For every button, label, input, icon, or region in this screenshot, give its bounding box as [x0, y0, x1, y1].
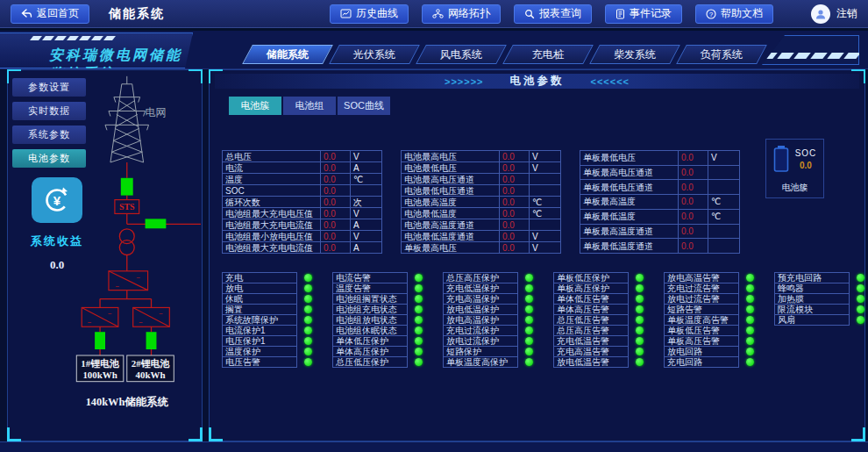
sidebar-menu-item[interactable]: 电池参数: [12, 149, 86, 168]
param-label: 电池组最小放电电压值: [223, 231, 321, 242]
cluster-param-table-1: 总电压 0.0 V 电流 0.0 A 温度 0.0: [222, 150, 382, 254]
corner-accent: [851, 427, 865, 441]
battery-view-tab[interactable]: SOC曲线: [338, 97, 390, 115]
breaker-branch-closed[interactable]: [146, 219, 167, 228]
soc-card: SOC 0.0 电池簇: [765, 139, 824, 198]
status-green-indicator: [415, 337, 423, 345]
status-green-indicator: [525, 358, 533, 366]
param-unit: V: [530, 162, 561, 174]
param-value: 0.0: [321, 219, 351, 231]
status-green-indicator: [636, 316, 644, 324]
report-query-button[interactable]: 报表查询: [514, 4, 592, 24]
transformer-icon: [119, 229, 134, 244]
system-tab[interactable]: 充电桩: [502, 45, 594, 64]
help-icon: ?: [706, 9, 716, 19]
system-tab[interactable]: 风电系统: [416, 45, 507, 64]
sidebar-menu-label: 实时数据: [28, 104, 70, 118]
param-unit: [530, 174, 561, 185]
network-topology-button[interactable]: 网络拓扑: [422, 4, 501, 24]
param-value: 0.0: [679, 239, 708, 254]
sidebar-menu-item[interactable]: 实时数据: [12, 102, 86, 120]
system-nav-bar: 安科瑞微电网储能监控系统 储能系统 光伏系统 风电系统 充电桩 柴发系统: [0, 31, 868, 69]
system-tab[interactable]: 负荷系统: [676, 45, 767, 64]
breaker-battery2-closed[interactable]: [146, 332, 157, 349]
pcs-inverter-icon: ~ −: [109, 271, 148, 291]
sidebar-menu-item[interactable]: 参数设置: [12, 78, 86, 97]
param-value: 0.0: [321, 185, 351, 197]
param-unit: [708, 224, 740, 239]
battery-view-tab[interactable]: 电池组: [283, 97, 336, 115]
status-green-indicator: [304, 337, 312, 345]
param-row: 单板最低电压通道 0.0: [580, 180, 740, 195]
param-value: 0.0: [500, 151, 530, 162]
status-label: 电压告警: [222, 356, 297, 368]
param-label: 电池组最大充电电流值: [223, 242, 321, 254]
status-green-indicator: [746, 295, 754, 303]
param-label: 单板最低电压: [580, 151, 679, 166]
param-row: 单板最低温度 0.0 ℃: [580, 209, 740, 224]
status-column: 总压高压保护 充电低温保护 充电高温保护 放电低温保护: [443, 273, 533, 368]
status-green-indicator: [636, 337, 644, 345]
param-value: 0.0: [679, 180, 708, 195]
battery-view-tab[interactable]: 电池簇: [229, 97, 281, 115]
status-green-indicator: [525, 284, 533, 292]
breaker-grid-closed[interactable]: [121, 178, 133, 196]
history-curve-label: 历史曲线: [356, 6, 398, 21]
status-green-indicator: [746, 358, 754, 366]
logout-button[interactable]: 注销: [811, 4, 857, 24]
svg-text:~: ~: [136, 274, 140, 282]
param-label: 单板最高电压: [402, 242, 500, 254]
status-green-indicator: [415, 348, 423, 355]
status-green-indicator: [415, 316, 423, 324]
param-row: 电流 0.0 A: [223, 162, 382, 174]
param-label: SOC: [223, 185, 321, 197]
status-green-indicator: [636, 358, 644, 366]
history-curve-button[interactable]: 历史曲线: [330, 4, 409, 24]
param-row: 单板最高温度通道 0.0: [580, 224, 740, 239]
sidebar-menu-item[interactable]: 系统参数: [12, 126, 86, 144]
system-tab-label: 负荷系统: [701, 47, 743, 62]
system-tab[interactable]: 光伏系统: [329, 45, 420, 64]
status-column: 预充电回路 蜂鸣器 加热膜 限流模块: [774, 273, 864, 368]
breaker-battery1-closed[interactable]: [95, 332, 105, 349]
event-record-button[interactable]: 事件记录: [605, 4, 682, 24]
help-doc-label: 帮助文档: [721, 6, 763, 21]
param-label: 电池最高温度: [402, 197, 500, 208]
param-value: 0.0: [321, 197, 351, 208]
status-green-indicator: [857, 284, 864, 292]
status-label: 放电低温告警: [553, 356, 629, 368]
param-label: 单板最低电压通道: [580, 180, 679, 195]
battery-params-panel: >>>>>> 电池参数 <<<<<< 电池簇 电池组 SOC曲线 总电压: [209, 69, 865, 441]
help-doc-button[interactable]: ? 帮助文档: [695, 4, 773, 24]
system-tab[interactable]: 柴发系统: [589, 45, 680, 64]
status-label: 总压低压保护: [332, 356, 408, 368]
param-row: 总电压 0.0 V: [223, 151, 382, 162]
header-arrows-left: >>>>>>: [445, 76, 484, 87]
status-row: 充电回路: [664, 356, 754, 368]
revenue-yuan-icon[interactable]: ¥: [32, 177, 82, 223]
param-label: 电池最低温度通道: [402, 231, 500, 242]
system-tab[interactable]: 储能系统: [242, 45, 333, 64]
system-tab-label: 光伏系统: [353, 47, 395, 62]
status-green-indicator: [525, 316, 533, 324]
status-green-indicator: [415, 326, 423, 334]
panel-title: 电池参数: [510, 74, 565, 89]
param-value: 0.0: [679, 224, 708, 239]
back-home-button[interactable]: 返回首页: [11, 4, 89, 24]
param-value: 0.0: [500, 231, 530, 242]
param-value: 0.0: [500, 242, 530, 254]
page-title: 储能系统: [109, 6, 165, 22]
system-tab-label: 充电桩: [532, 47, 564, 62]
status-green-indicator: [857, 316, 864, 324]
status-green-indicator: [746, 316, 754, 324]
revenue-label: 系统收益: [17, 233, 97, 249]
soc-title: SOC: [795, 148, 817, 158]
grid-tower-icon: [105, 76, 149, 162]
param-value: 0.0: [500, 197, 530, 208]
param-label: 电流: [223, 162, 321, 174]
soc-cluster-label: 电池簇: [770, 182, 820, 194]
status-row: 放电低温告警: [553, 356, 644, 368]
status-green-indicator: [415, 295, 423, 303]
status-indicator-grid: 充电 放电 休眠 搁置: [222, 273, 864, 368]
param-row: 电池最高电压 0.0 V: [402, 151, 561, 162]
